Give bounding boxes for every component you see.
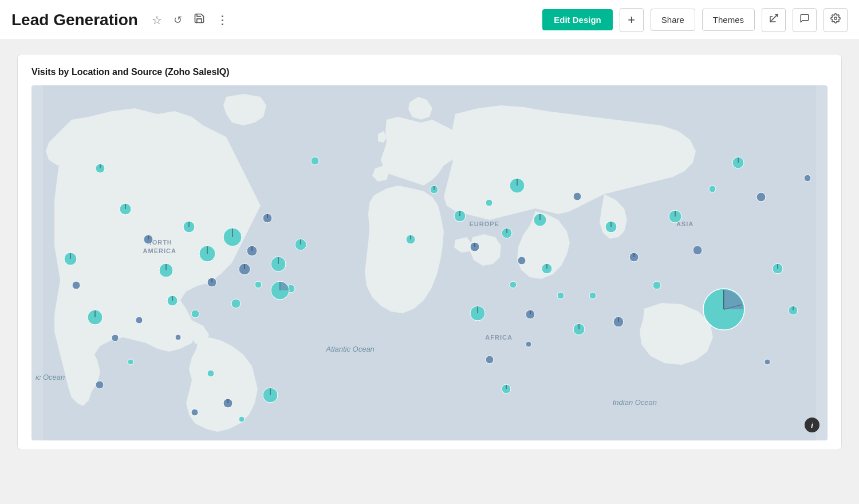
add-button[interactable]: + <box>620 8 644 32</box>
more-options-button[interactable]: ⋮ <box>214 11 230 29</box>
main-content: Visits by Location and Source (Zoho Sale… <box>0 40 859 464</box>
header: Lead Generation ☆ ↺ ⋮ Edit Design + Shar… <box>0 0 859 40</box>
widget-card: Visits by Location and Source (Zoho Sale… <box>17 54 842 450</box>
refresh-icon: ↺ <box>174 14 182 26</box>
share-button[interactable]: Share <box>651 9 695 31</box>
comment-button[interactable] <box>793 8 817 32</box>
comment-icon <box>799 13 810 26</box>
add-icon: + <box>628 13 635 27</box>
widget-title: Visits by Location and Source (Zoho Sale… <box>31 67 828 77</box>
favorite-button[interactable]: ☆ <box>149 11 164 29</box>
info-icon: i <box>811 421 813 430</box>
more-icon: ⋮ <box>216 13 228 27</box>
themes-button[interactable]: Themes <box>702 9 755 31</box>
map-container: NORTHAMERICA EUROPE ASIA AFRICA Atlantic… <box>31 85 828 440</box>
export-icon <box>769 13 779 26</box>
page-title: Lead Generation <box>11 11 138 29</box>
svg-point-1 <box>834 17 837 20</box>
info-button[interactable]: i <box>805 418 819 432</box>
save-icon <box>194 13 205 27</box>
star-icon: ☆ <box>152 13 162 27</box>
edit-design-button[interactable]: Edit Design <box>542 9 613 30</box>
settings-button[interactable] <box>823 8 848 32</box>
refresh-button[interactable]: ↺ <box>171 11 184 29</box>
settings-icon <box>830 13 841 26</box>
save-button[interactable] <box>191 10 207 29</box>
export-button[interactable] <box>762 8 786 32</box>
